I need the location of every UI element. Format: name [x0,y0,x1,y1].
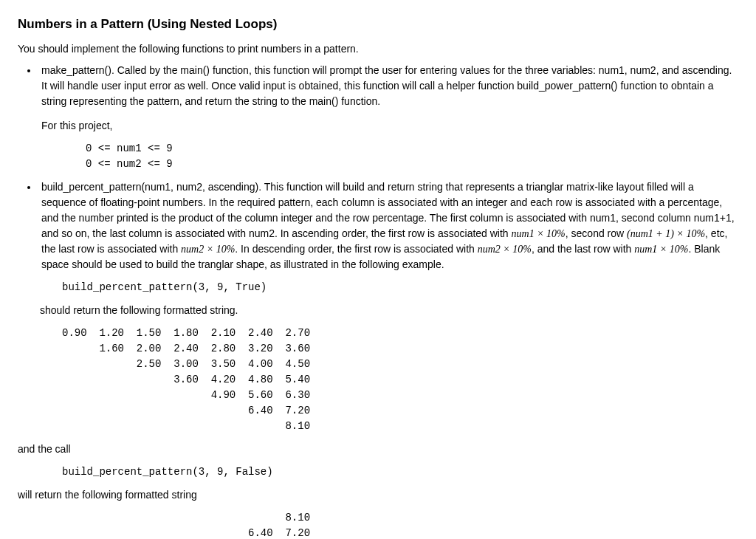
will-return-label: will return the following formatted stri… [18,487,738,503]
constraints-code: 0 <= num1 <= 9 0 <= num2 <= 9 [86,141,738,172]
make-pattern-desc: make_pattern(). Called by the main() fun… [41,64,732,107]
and-call-label: and the call [18,442,738,457]
build-pattern-mid1: , second row [566,227,627,239]
build-pattern-mid3: . In descending order, the first row is … [235,243,477,255]
should-return-label: should return the following formatted st… [40,303,738,318]
list-item-make-pattern: make_pattern(). Called by the main() fun… [38,63,738,172]
for-project-label: For this project, [41,118,738,134]
list-item-build-pattern: build_percent_pattern(num1, num2, ascend… [38,179,738,272]
call-1-code: build_percent_pattern(3, 9, True) [62,280,738,295]
math-expr-3: num2 × 10% [181,244,235,255]
page-title: Numbers in a Pattern (Using Nested Loops… [18,15,738,34]
math-expr-5: num1 × 10% [634,244,688,255]
output-2: 8.10 6.40 7.20 [62,510,738,540]
intro-text: You should implement the following funct… [18,41,738,57]
build-pattern-mid4: , and the last row with [532,243,634,255]
function-list: make_pattern(). Called by the main() fun… [18,63,738,272]
output-1: 0.90 1.20 1.50 1.80 2.10 2.40 2.70 1.60 … [62,326,738,434]
math-expr-4: num2 × 10% [478,244,532,255]
call-2-code: build_percent_pattern(3, 9, False) [62,464,738,480]
math-expr-1: num1 × 10% [512,228,566,239]
math-expr-2: (num1 + 1) × 10% [627,228,705,239]
